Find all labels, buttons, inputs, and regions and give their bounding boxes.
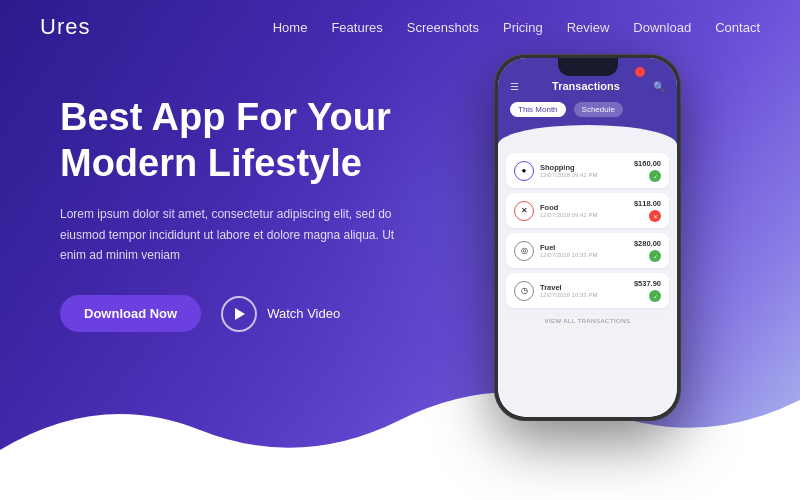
- transaction-amount-travel: $537.90: [634, 279, 661, 288]
- transaction-icon-shopping: ●: [514, 161, 534, 181]
- transaction-info-travel: Travel 12/07/2018 10:33 PM: [540, 283, 634, 298]
- transaction-badge-fuel: ✓: [649, 250, 661, 262]
- play-button-circle: [221, 296, 257, 332]
- transaction-icon-food: ✕: [514, 201, 534, 221]
- transaction-date-food: 12/07/2018 09:41 PM: [540, 212, 634, 218]
- transaction-item: ✕ Food 12/07/2018 09:41 PM $118.00 ✕: [506, 193, 669, 228]
- hero-description: Lorem ipsum dolor sit amet, consectetur …: [60, 204, 420, 265]
- transaction-badge-shopping: ✓: [649, 170, 661, 182]
- nav-link-features[interactable]: Features: [331, 20, 382, 35]
- transaction-icon-travel: ◷: [514, 281, 534, 301]
- download-button[interactable]: Download Now: [60, 295, 201, 332]
- nav-link-download[interactable]: Download: [633, 20, 691, 35]
- logo-rest: res: [57, 14, 91, 39]
- nav-link-screenshots[interactable]: Screenshots: [407, 20, 479, 35]
- transaction-right-fuel: $280.00 ✓: [634, 239, 661, 262]
- nav-link-contact[interactable]: Contact: [715, 20, 760, 35]
- transaction-date-fuel: 12/07/2018 10:33 PM: [540, 252, 634, 258]
- logo[interactable]: Ures: [40, 14, 90, 40]
- app-tabs: This Month Schedule: [498, 102, 677, 125]
- transaction-item: ● Shopping 12/07/2018 09:41 PM $160.00 ✓: [506, 153, 669, 188]
- transaction-right-shopping: $160.00 ✓: [634, 159, 661, 182]
- view-all-transactions[interactable]: VIEW ALL TRANSACTIONS: [506, 313, 669, 328]
- nav-links: Home Features Screenshots Pricing Review…: [273, 18, 760, 36]
- watch-video-label: Watch Video: [267, 306, 340, 321]
- transaction-item: ◷ Travel 12/07/2018 10:33 PM $537.90 ✓: [506, 273, 669, 308]
- app-body: ● Shopping 12/07/2018 09:41 PM $160.00 ✓…: [498, 145, 677, 417]
- transaction-badge-food: ✕: [649, 210, 661, 222]
- nav-item-review[interactable]: Review: [567, 18, 610, 36]
- nav-item-pricing[interactable]: Pricing: [503, 18, 543, 36]
- nav-link-pricing[interactable]: Pricing: [503, 20, 543, 35]
- hamburger-icon: ☰: [510, 81, 519, 92]
- transaction-name-fuel: Fuel: [540, 243, 634, 252]
- watch-video-button[interactable]: Watch Video: [221, 296, 340, 332]
- transaction-icon-fuel: ◎: [514, 241, 534, 261]
- nav-item-contact[interactable]: Contact: [715, 18, 760, 36]
- transaction-item: ◎ Fuel 12/07/2018 10:33 PM $280.00 ✓: [506, 233, 669, 268]
- phone-notch: [558, 58, 618, 76]
- nav-item-features[interactable]: Features: [331, 18, 382, 36]
- tab-this-month[interactable]: This Month: [510, 102, 566, 117]
- hero-title-line1: Best App For Your: [60, 96, 391, 138]
- hero-title-line2: Modern Lifestyle: [60, 142, 362, 184]
- transaction-amount-shopping: $160.00: [634, 159, 661, 168]
- phone-screen: ☰ Transactions 🔍 This Month Schedule ● S…: [498, 58, 677, 417]
- transaction-info-fuel: Fuel 12/07/2018 10:33 PM: [540, 243, 634, 258]
- hero-title: Best App For Your Modern Lifestyle: [60, 95, 420, 186]
- nav-link-review[interactable]: Review: [567, 20, 610, 35]
- search-icon: 🔍: [653, 81, 665, 92]
- logo-bold: U: [40, 14, 57, 39]
- nav-link-home[interactable]: Home: [273, 20, 308, 35]
- nav-item-download[interactable]: Download: [633, 18, 691, 36]
- transaction-date-shopping: 12/07/2018 09:41 PM: [540, 172, 634, 178]
- transaction-right-travel: $537.90 ✓: [634, 279, 661, 302]
- nav-item-screenshots[interactable]: Screenshots: [407, 18, 479, 36]
- transaction-name-food: Food: [540, 203, 634, 212]
- transaction-badge-travel: ✓: [649, 290, 661, 302]
- phone-mockup: ☰ Transactions 🔍 This Month Schedule ● S…: [495, 55, 680, 420]
- wave-decoration: [0, 370, 800, 500]
- hero-content: Best App For Your Modern Lifestyle Lorem…: [60, 95, 420, 332]
- transaction-info-shopping: Shopping 12/07/2018 09:41 PM: [540, 163, 634, 178]
- app-wave: [498, 125, 677, 145]
- notification-dot: [635, 67, 645, 77]
- nav-item-home[interactable]: Home: [273, 18, 308, 36]
- navigation: Ures Home Features Screenshots Pricing R…: [0, 0, 800, 54]
- transaction-right-food: $118.00 ✕: [634, 199, 661, 222]
- transaction-amount-fuel: $280.00: [634, 239, 661, 248]
- phone-outer-shell: ☰ Transactions 🔍 This Month Schedule ● S…: [495, 55, 680, 420]
- transaction-date-travel: 12/07/2018 10:33 PM: [540, 292, 634, 298]
- hero-buttons: Download Now Watch Video: [60, 295, 420, 332]
- play-icon: [235, 308, 245, 320]
- transaction-name-shopping: Shopping: [540, 163, 634, 172]
- app-title: Transactions: [519, 80, 653, 92]
- hero-section: Ures Home Features Screenshots Pricing R…: [0, 0, 800, 500]
- transaction-name-travel: Travel: [540, 283, 634, 292]
- transaction-info-food: Food 12/07/2018 09:41 PM: [540, 203, 634, 218]
- tab-schedule[interactable]: Schedule: [574, 102, 623, 117]
- transaction-amount-food: $118.00: [634, 199, 661, 208]
